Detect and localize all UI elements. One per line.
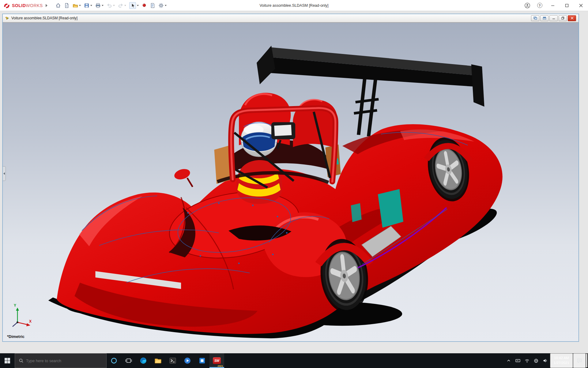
doc-tile-window-button[interactable] [531,15,539,21]
show-desktop-button[interactable] [586,353,588,368]
solidworks-version-badge: 2021 [217,365,223,367]
account-button[interactable] [521,0,533,11]
undo-button[interactable] [105,1,116,10]
globe-icon [534,358,538,363]
save-icon [84,3,89,8]
photos-app-button[interactable] [195,353,209,368]
volume-icon [543,358,548,363]
solidworks-taskbar-button[interactable]: SW 2021 [209,353,224,368]
close-icon [579,4,583,7]
help-button[interactable]: ? [533,0,546,11]
photos-icon [199,357,205,364]
media-player-app-button[interactable] [180,353,195,368]
windows-logo-icon [4,358,10,364]
cascade-window-icon [543,17,546,20]
open-dropdown-caret[interactable] [79,5,81,6]
file-properties-button[interactable] [149,1,156,10]
doc-close-button[interactable] [568,15,576,21]
save-button[interactable] [83,1,93,10]
app-window-title: Voiture assomblee.SLDASM [Read-only] [259,0,328,11]
app-close-button[interactable] [574,0,588,11]
solidworks-logo: SOLIDWORKS [0,2,50,9]
maximize-icon [565,4,569,7]
home-button[interactable] [54,1,62,10]
select-cursor-icon [129,2,136,9]
side-mirror [173,167,193,187]
chevron-up-icon [507,358,511,363]
app-titlebar: SOLIDWORKS [0,0,588,11]
tray-language-button[interactable] [532,353,541,368]
tray-chevron-button[interactable] [504,353,513,368]
file-explorer-icon [154,357,162,364]
select-tool-button[interactable] [128,1,140,10]
featuremanager-collapse-tab[interactable] [3,166,6,181]
ds-logo-icon [3,2,10,9]
options-button[interactable] [157,1,168,10]
doc-minimize-button[interactable] [549,15,558,21]
task-view-icon [125,358,132,364]
new-document-icon [64,3,70,8]
select-dropdown-caret[interactable] [137,5,139,6]
file-explorer-button[interactable] [151,353,165,368]
taskbar-search[interactable] [15,353,107,368]
doc-minimize-icon [552,17,555,20]
solidworks-app-icon: SW [213,357,221,364]
start-button[interactable] [0,353,15,368]
print-dropdown-caret[interactable] [102,5,104,6]
rebuild-button[interactable] [141,1,148,10]
account-icon [524,2,530,9]
task-view-button[interactable] [121,353,136,368]
undo-dropdown-caret[interactable] [113,5,115,6]
triad-y-label: Y [14,303,16,308]
new-document-button[interactable] [63,1,71,10]
assembly-document-icon [5,16,9,21]
doc-restore-button[interactable] [559,15,567,21]
car-3d-model[interactable] [3,23,579,341]
save-dropdown-caret[interactable] [90,5,92,6]
search-input[interactable] [26,358,103,363]
document-window-buttons [531,15,577,21]
redo-button[interactable] [117,1,127,10]
brand-expand-icon[interactable] [46,4,47,7]
view-orientation-label: *Dimetric [7,334,24,339]
options-gear-icon [158,3,164,8]
media-player-icon [184,357,191,364]
taskbar-spacer [224,353,504,368]
graphics-area[interactable]: Y X *Dimetric [3,22,579,341]
tray-volume-button[interactable] [541,353,550,368]
options-dropdown-caret[interactable] [165,5,167,6]
taskbar-clock[interactable]: 10:42 AM 1/27/2021 [550,353,573,368]
tray-pen-device-button[interactable] [513,353,522,368]
app-minimize-button[interactable] [546,0,560,11]
triad-x-label: X [29,319,32,324]
edge-icon [140,357,147,364]
terminal-app-button[interactable] [165,353,180,368]
rebuild-traffic-light-icon [142,3,147,8]
app-client-area: Voiture assomblee.SLDASM [Read-only] [0,11,588,353]
print-button[interactable] [94,1,105,10]
triad-axes-icon [9,305,40,332]
action-center-icon [577,358,582,363]
open-folder-icon [73,3,78,8]
cortana-button[interactable] [107,353,121,368]
print-icon [95,3,101,8]
brand-text: SOLIDWORKS [12,3,43,8]
windows-taskbar: SW 2021 10:42 AM 1/27/2021 [0,353,588,368]
app-maximize-button[interactable] [560,0,574,11]
teal-accent-small [351,203,362,222]
cortana-icon [111,357,117,364]
redo-dropdown-caret[interactable] [124,5,126,6]
help-icon: ? [537,3,542,8]
clock-time: 10:42 AM [554,356,569,361]
document-titlebar[interactable]: Voiture assomblee.SLDASM [Read-only] [3,14,579,22]
app-header-right: ? [521,0,588,11]
doc-cascade-window-button[interactable] [540,15,548,21]
action-center-button[interactable] [573,353,586,368]
collapse-arrow-icon [3,172,5,175]
orientation-triad: Y X [9,305,40,332]
edge-button[interactable] [136,353,151,368]
minimize-icon [551,4,555,7]
tray-network-button[interactable] [522,353,532,368]
file-properties-icon [150,3,155,8]
open-button[interactable] [71,1,82,10]
